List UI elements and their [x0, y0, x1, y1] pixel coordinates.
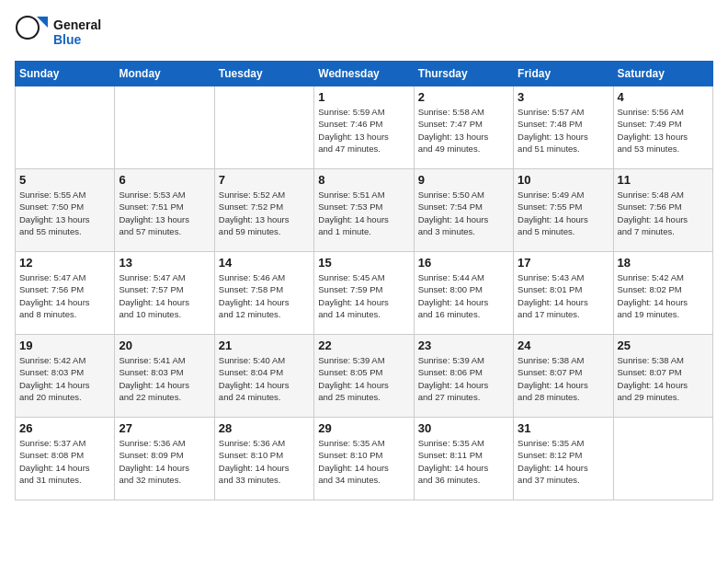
- day-info: Sunrise: 5:53 AMSunset: 7:51 PMDaylight:…: [119, 189, 210, 237]
- day-cell: 18Sunrise: 5:42 AMSunset: 8:02 PMDayligh…: [613, 252, 712, 335]
- day-info: Sunrise: 5:47 AMSunset: 7:57 PMDaylight:…: [119, 271, 210, 320]
- day-cell: 5Sunrise: 5:55 AMSunset: 7:50 PMDaylight…: [16, 169, 115, 252]
- day-info: Sunrise: 5:42 AMSunset: 8:02 PMDaylight:…: [618, 271, 709, 320]
- day-info: Sunrise: 5:39 AMSunset: 8:05 PMDaylight:…: [318, 354, 409, 403]
- day-info: Sunrise: 5:37 AMSunset: 8:08 PMDaylight:…: [19, 437, 110, 486]
- day-info: Sunrise: 5:38 AMSunset: 8:07 PMDaylight:…: [518, 354, 609, 403]
- day-number: 5: [19, 173, 110, 187]
- day-number: 30: [418, 421, 509, 435]
- week-row-2: 5Sunrise: 5:55 AMSunset: 7:50 PMDaylight…: [16, 169, 713, 252]
- day-cell: 16Sunrise: 5:44 AMSunset: 8:00 PMDayligh…: [414, 252, 513, 335]
- day-number: 14: [219, 256, 310, 270]
- col-header-saturday: Saturday: [613, 62, 712, 86]
- day-info: Sunrise: 5:52 AMSunset: 7:52 PMDaylight:…: [219, 189, 310, 237]
- day-cell: 4Sunrise: 5:56 AMSunset: 7:49 PMDaylight…: [613, 86, 712, 169]
- col-header-tuesday: Tuesday: [214, 62, 313, 86]
- day-number: 10: [518, 173, 609, 187]
- day-cell: 12Sunrise: 5:47 AMSunset: 7:56 PMDayligh…: [16, 252, 115, 335]
- day-cell: 8Sunrise: 5:51 AMSunset: 7:53 PMDaylight…: [314, 169, 414, 252]
- day-cell: 10Sunrise: 5:49 AMSunset: 7:55 PMDayligh…: [514, 169, 613, 252]
- day-info: Sunrise: 5:47 AMSunset: 7:56 PMDaylight:…: [19, 271, 110, 320]
- day-cell: [16, 86, 115, 169]
- day-info: Sunrise: 5:40 AMSunset: 8:04 PMDaylight:…: [219, 354, 310, 403]
- day-cell: 9Sunrise: 5:50 AMSunset: 7:54 PMDaylight…: [414, 169, 513, 252]
- day-cell: 23Sunrise: 5:39 AMSunset: 8:06 PMDayligh…: [414, 335, 513, 418]
- week-row-3: 12Sunrise: 5:47 AMSunset: 7:56 PMDayligh…: [16, 252, 713, 335]
- day-cell: 6Sunrise: 5:53 AMSunset: 7:51 PMDaylight…: [115, 169, 214, 252]
- day-number: 31: [518, 421, 609, 435]
- col-header-thursday: Thursday: [414, 62, 513, 86]
- day-info: Sunrise: 5:58 AMSunset: 7:47 PMDaylight:…: [418, 106, 509, 155]
- day-cell: 29Sunrise: 5:35 AMSunset: 8:10 PMDayligh…: [314, 418, 414, 500]
- day-cell: 26Sunrise: 5:37 AMSunset: 8:08 PMDayligh…: [16, 418, 115, 500]
- col-header-monday: Monday: [115, 62, 214, 86]
- logo-general-label: General: [53, 17, 101, 32]
- day-number: 3: [518, 90, 609, 104]
- day-number: 27: [119, 421, 210, 435]
- day-number: 28: [219, 421, 310, 435]
- day-cell: 28Sunrise: 5:36 AMSunset: 8:10 PMDayligh…: [214, 418, 313, 500]
- day-number: 4: [618, 90, 709, 104]
- day-number: 9: [418, 173, 509, 187]
- day-cell: [115, 86, 214, 169]
- col-header-friday: Friday: [514, 62, 613, 86]
- day-info: Sunrise: 5:36 AMSunset: 8:09 PMDaylight:…: [119, 437, 210, 486]
- day-cell: 22Sunrise: 5:39 AMSunset: 8:05 PMDayligh…: [314, 335, 414, 418]
- day-cell: [214, 86, 313, 169]
- calendar-table: SundayMondayTuesdayWednesdayThursdayFrid…: [15, 61, 713, 500]
- day-cell: 24Sunrise: 5:38 AMSunset: 8:07 PMDayligh…: [514, 335, 613, 418]
- day-info: Sunrise: 5:35 AMSunset: 8:11 PMDaylight:…: [418, 437, 509, 486]
- day-info: Sunrise: 5:35 AMSunset: 8:12 PMDaylight:…: [518, 437, 609, 486]
- day-cell: 7Sunrise: 5:52 AMSunset: 7:52 PMDaylight…: [214, 169, 313, 252]
- day-info: Sunrise: 5:57 AMSunset: 7:48 PMDaylight:…: [518, 106, 609, 155]
- week-row-1: 1Sunrise: 5:59 AMSunset: 7:46 PMDaylight…: [16, 86, 713, 169]
- day-number: 26: [19, 421, 110, 435]
- day-cell: 1Sunrise: 5:59 AMSunset: 7:46 PMDaylight…: [314, 86, 414, 169]
- day-number: 6: [119, 173, 210, 187]
- day-number: 7: [219, 173, 310, 187]
- day-info: Sunrise: 5:51 AMSunset: 7:53 PMDaylight:…: [318, 189, 409, 237]
- day-info: Sunrise: 5:39 AMSunset: 8:06 PMDaylight:…: [418, 354, 509, 403]
- day-cell: 27Sunrise: 5:36 AMSunset: 8:09 PMDayligh…: [115, 418, 214, 500]
- day-info: Sunrise: 5:38 AMSunset: 8:07 PMDaylight:…: [618, 354, 709, 403]
- day-cell: 15Sunrise: 5:45 AMSunset: 7:59 PMDayligh…: [314, 252, 414, 335]
- day-info: Sunrise: 5:36 AMSunset: 8:10 PMDaylight:…: [219, 437, 310, 486]
- day-cell: [613, 418, 712, 500]
- day-info: Sunrise: 5:42 AMSunset: 8:03 PMDaylight:…: [19, 354, 110, 403]
- day-number: 17: [518, 256, 609, 270]
- day-info: Sunrise: 5:46 AMSunset: 7:58 PMDaylight:…: [219, 271, 310, 320]
- week-row-5: 26Sunrise: 5:37 AMSunset: 8:08 PMDayligh…: [16, 418, 713, 500]
- day-cell: 25Sunrise: 5:38 AMSunset: 8:07 PMDayligh…: [613, 335, 712, 418]
- day-number: 24: [518, 339, 609, 352]
- day-info: Sunrise: 5:49 AMSunset: 7:55 PMDaylight:…: [518, 189, 609, 237]
- day-number: 16: [418, 256, 509, 270]
- day-number: 2: [418, 90, 509, 104]
- day-info: Sunrise: 5:44 AMSunset: 8:00 PMDaylight:…: [418, 271, 509, 320]
- day-number: 20: [119, 339, 210, 352]
- day-info: Sunrise: 5:35 AMSunset: 8:10 PMDaylight:…: [318, 437, 409, 486]
- day-number: 15: [318, 256, 409, 270]
- col-header-sunday: Sunday: [16, 62, 115, 86]
- day-number: 21: [219, 339, 310, 352]
- header: GeneralBlue: [15, 15, 713, 50]
- day-number: 13: [119, 256, 210, 270]
- day-number: 1: [318, 90, 409, 104]
- day-info: Sunrise: 5:43 AMSunset: 8:01 PMDaylight:…: [518, 271, 609, 320]
- day-cell: 21Sunrise: 5:40 AMSunset: 8:04 PMDayligh…: [214, 335, 313, 418]
- day-number: 11: [618, 173, 709, 187]
- day-info: Sunrise: 5:56 AMSunset: 7:49 PMDaylight:…: [618, 106, 709, 155]
- day-number: 29: [318, 421, 409, 435]
- logo: GeneralBlue: [15, 15, 101, 50]
- day-info: Sunrise: 5:41 AMSunset: 8:03 PMDaylight:…: [119, 354, 210, 403]
- day-number: 19: [19, 339, 110, 352]
- day-cell: 13Sunrise: 5:47 AMSunset: 7:57 PMDayligh…: [115, 252, 214, 335]
- day-cell: 19Sunrise: 5:42 AMSunset: 8:03 PMDayligh…: [16, 335, 115, 418]
- day-info: Sunrise: 5:48 AMSunset: 7:56 PMDaylight:…: [618, 189, 709, 237]
- day-number: 23: [418, 339, 509, 352]
- day-info: Sunrise: 5:50 AMSunset: 7:54 PMDaylight:…: [418, 189, 509, 237]
- week-row-4: 19Sunrise: 5:42 AMSunset: 8:03 PMDayligh…: [16, 335, 713, 418]
- col-header-wednesday: Wednesday: [314, 62, 414, 86]
- day-info: Sunrise: 5:59 AMSunset: 7:46 PMDaylight:…: [318, 106, 409, 155]
- day-number: 8: [318, 173, 409, 187]
- logo-blue-label: Blue: [53, 32, 101, 47]
